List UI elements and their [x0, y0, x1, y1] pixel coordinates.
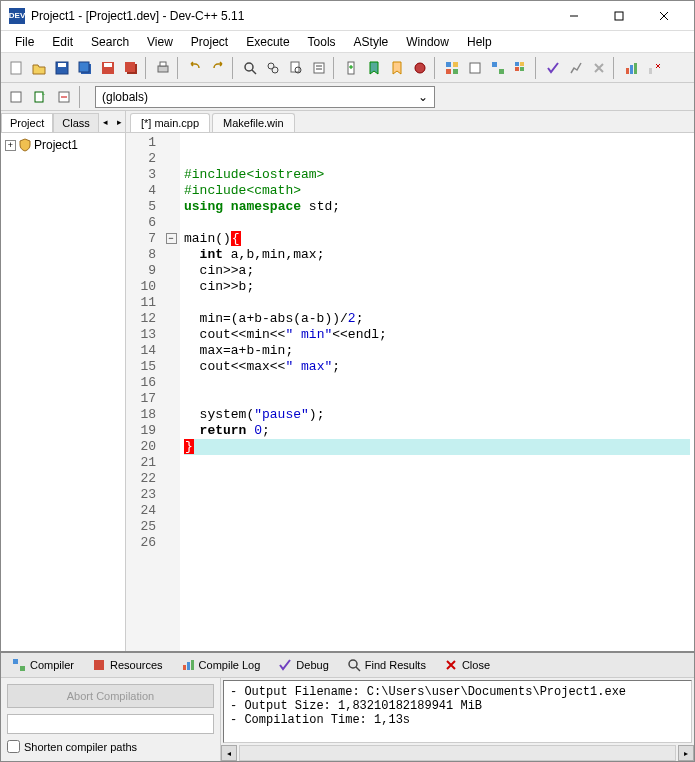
tab-scroll-left-icon[interactable]: ◂ — [99, 113, 113, 131]
menu-execute[interactable]: Execute — [238, 33, 297, 51]
menu-search[interactable]: Search — [83, 33, 137, 51]
tab-find-results[interactable]: Find Results — [340, 655, 433, 675]
undo-icon[interactable] — [184, 57, 206, 79]
svg-point-15 — [245, 63, 253, 71]
tab-scroll-right-icon[interactable]: ▸ — [113, 113, 127, 131]
tab-resources[interactable]: Resources — [85, 655, 170, 675]
compile-run-icon[interactable] — [487, 57, 509, 79]
delete-profile-icon[interactable] — [588, 57, 610, 79]
svg-line-52 — [356, 667, 360, 671]
editor-area: [*] main.cpp Makefile.win 12345678910111… — [126, 111, 694, 651]
tab-compile-log[interactable]: Compile Log — [174, 655, 268, 675]
svg-rect-47 — [94, 660, 104, 670]
maximize-button[interactable] — [596, 2, 641, 30]
svg-rect-10 — [104, 63, 112, 67]
new-class-icon[interactable] — [5, 86, 27, 108]
save-project-icon[interactable] — [97, 57, 119, 79]
code-editor[interactable]: 1234567891011121314151617181920212223242… — [126, 133, 694, 651]
svg-rect-29 — [453, 69, 458, 74]
shorten-checkbox-input[interactable] — [7, 740, 20, 753]
compile-icon[interactable] — [441, 57, 463, 79]
save-icon[interactable] — [51, 57, 73, 79]
redo-icon[interactable] — [207, 57, 229, 79]
menu-file[interactable]: File — [7, 33, 42, 51]
delete-chart-icon[interactable] — [643, 57, 665, 79]
svg-rect-38 — [630, 65, 633, 74]
shorten-paths-checkbox[interactable]: Shorten compiler paths — [7, 740, 214, 753]
goto-bookmark-icon[interactable] — [386, 57, 408, 79]
print-icon[interactable] — [152, 57, 174, 79]
file-tab-makefile[interactable]: Makefile.win — [212, 113, 295, 132]
main-area: Project Class ◂ ▸ + Project1 [*] main.cp… — [1, 111, 694, 651]
menu-view[interactable]: View — [139, 33, 181, 51]
menu-edit[interactable]: Edit — [44, 33, 81, 51]
window-title: Project1 - [Project1.dev] - Dev-C++ 5.11 — [31, 9, 551, 23]
menu-window[interactable]: Window — [398, 33, 457, 51]
chart-icon[interactable] — [620, 57, 642, 79]
fold-toggle-icon[interactable]: − — [166, 233, 177, 244]
goto-line-icon[interactable] — [308, 57, 330, 79]
scroll-right-icon[interactable]: ▸ — [678, 745, 694, 761]
scroll-track[interactable] — [239, 745, 676, 761]
shield-icon — [18, 138, 32, 152]
profile-icon[interactable] — [565, 57, 587, 79]
add-file-icon[interactable] — [29, 86, 51, 108]
bookmark-icon[interactable] — [363, 57, 385, 79]
abort-compilation-button[interactable]: Abort Compilation — [7, 684, 214, 708]
save-all-icon[interactable] — [74, 57, 96, 79]
window-controls — [551, 2, 686, 30]
code-lines[interactable]: #include<iostream>#include<cmath>using n… — [180, 133, 694, 651]
rebuild-icon[interactable] — [510, 57, 532, 79]
svg-line-16 — [252, 70, 256, 74]
tree-root[interactable]: + Project1 — [5, 137, 121, 153]
tab-project[interactable]: Project — [1, 113, 53, 132]
horizontal-scrollbar[interactable]: ◂ ▸ — [221, 745, 694, 761]
menu-astyle[interactable]: AStyle — [346, 33, 397, 51]
file-tab-main[interactable]: [*] main.cpp — [130, 113, 210, 132]
debug-icon[interactable] — [409, 57, 431, 79]
tree-expand-icon[interactable]: + — [5, 140, 16, 151]
progress-bar — [7, 714, 214, 734]
tab-close[interactable]: Close — [437, 655, 497, 675]
svg-rect-49 — [187, 662, 190, 670]
tab-debug[interactable]: Debug — [271, 655, 335, 675]
compile-output-area: - Output Filename: C:\Users\user\Documen… — [221, 678, 694, 761]
check-icon[interactable] — [542, 57, 564, 79]
open-file-icon[interactable] — [28, 57, 50, 79]
svg-rect-34 — [520, 62, 524, 66]
svg-rect-32 — [499, 69, 504, 74]
svg-rect-1 — [615, 12, 623, 20]
svg-rect-28 — [446, 69, 451, 74]
menu-help[interactable]: Help — [459, 33, 500, 51]
resources-icon — [92, 658, 106, 672]
main-toolbar — [1, 53, 694, 83]
remove-file-icon[interactable] — [53, 86, 75, 108]
project-tree[interactable]: + Project1 — [1, 133, 125, 651]
save-project-all-icon[interactable] — [120, 57, 142, 79]
menu-project[interactable]: Project — [183, 33, 236, 51]
compile-controls: Abort Compilation Shorten compiler paths — [1, 678, 221, 761]
minimize-button[interactable] — [551, 2, 596, 30]
svg-rect-8 — [79, 62, 89, 72]
svg-rect-26 — [446, 62, 451, 67]
insert-icon[interactable] — [340, 57, 362, 79]
log-icon — [181, 658, 195, 672]
globals-dropdown[interactable]: (globals) ⌄ — [95, 86, 435, 108]
svg-rect-37 — [626, 68, 629, 74]
tab-classes[interactable]: Class — [53, 113, 99, 132]
search-icon — [347, 658, 361, 672]
tab-compiler[interactable]: Compiler — [5, 655, 81, 675]
new-file-icon[interactable] — [5, 57, 27, 79]
svg-rect-36 — [520, 67, 524, 71]
find-in-files-icon[interactable] — [285, 57, 307, 79]
compile-output[interactable]: - Output Filename: C:\Users\user\Documen… — [223, 680, 692, 743]
close-button[interactable] — [641, 2, 686, 30]
find-icon[interactable] — [239, 57, 261, 79]
run-icon[interactable] — [464, 57, 486, 79]
file-tabs: [*] main.cpp Makefile.win — [126, 111, 694, 133]
replace-icon[interactable] — [262, 57, 284, 79]
scroll-left-icon[interactable]: ◂ — [221, 745, 237, 761]
bottom-content: Abort Compilation Shorten compiler paths… — [1, 678, 694, 761]
svg-point-18 — [272, 67, 278, 73]
menu-tools[interactable]: Tools — [300, 33, 344, 51]
